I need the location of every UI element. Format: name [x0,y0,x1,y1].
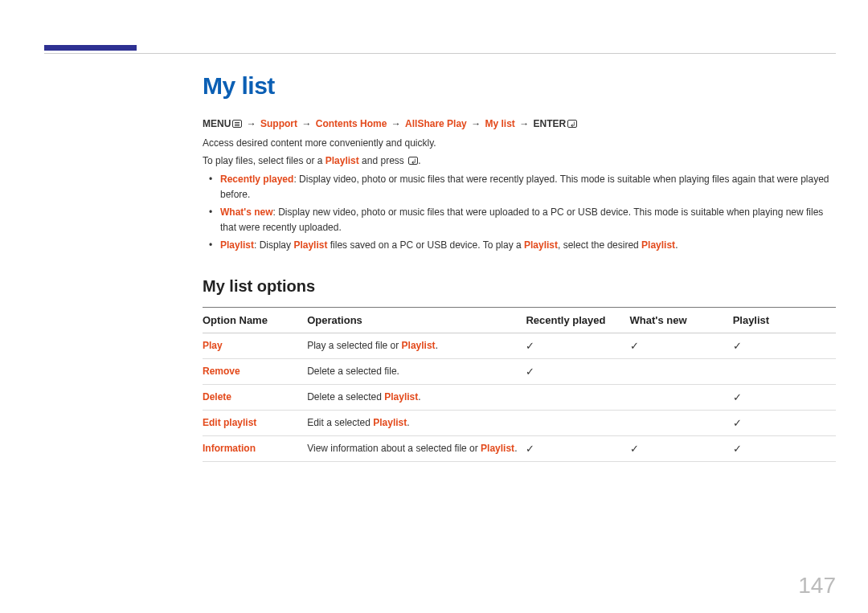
arrow-icon: → [301,118,311,129]
table-row: PlayPlay a selected file or Playlist.✓✓✓ [203,333,836,358]
enter-icon [408,157,418,165]
header-rule [44,53,836,54]
feature-label: Recently played [220,174,293,185]
cell-playlist: ✓ [733,435,836,461]
cell-playlist: ✓ [733,410,836,435]
cell-recently-played [526,410,629,435]
cell-recently-played: ✓ [526,358,629,384]
table-row: Edit playlistEdit a selected Playlist.✓ [203,410,836,435]
cell-playlist [733,358,836,384]
col-option-name: Option Name [203,307,307,333]
check-icon: ✓ [733,443,742,455]
section-marker [44,45,137,51]
check-icon: ✓ [733,391,742,403]
cell-playlist: ✓ [733,384,836,410]
breadcrumb: MENU → Support → Contents Home → AllShar… [203,117,836,131]
intro-line-2: To play files, select files or a Playlis… [203,153,836,169]
option-name: Edit playlist [203,410,307,435]
operation-desc: Delete a selected Playlist. [307,384,526,410]
check-icon: ✓ [526,340,534,352]
playlist-term: Playlist [641,239,675,251]
option-name: Information [203,435,307,461]
feature-label: Playlist [220,239,254,251]
cell-whats-new [630,358,733,384]
cell-whats-new: ✓ [630,333,733,358]
cell-whats-new: ✓ [630,435,733,461]
text: , select the desired [558,239,641,251]
nav-menu: MENU [203,118,231,129]
option-name: Delete [203,384,307,410]
option-name: Remove [203,358,307,384]
text: : Display [254,239,293,251]
cell-whats-new [630,410,733,435]
playlist-term: Playlist [524,239,558,251]
option-name: Play [203,333,307,358]
cell-whats-new [630,384,733,410]
playlist-term: Playlist [481,443,514,454]
check-icon: ✓ [526,366,534,378]
arrow-icon: → [471,118,481,129]
arrow-icon: → [391,118,401,129]
cell-recently-played [526,384,629,410]
table-row: InformationView information about a sele… [203,435,836,461]
operation-desc: Edit a selected Playlist. [307,410,526,435]
table-header-row: Option Name Operations Recently played W… [203,307,836,333]
check-icon: ✓ [526,443,534,455]
table-row: RemoveDelete a selected file.✓ [203,358,836,384]
section-heading: My list options [203,277,836,296]
playlist-term: Playlist [384,391,418,403]
nav-enter: ENTER [534,118,567,129]
list-item: What's new: Display new video, photo or … [220,205,836,235]
text: files saved on a PC or USB device. To pl… [327,239,524,251]
text: . [675,239,678,251]
col-operations: Operations [307,307,526,333]
col-whats-new: What's new [630,307,733,333]
feature-text: : Display video, photo or music files th… [220,174,829,200]
menu-icon [232,120,242,128]
text: To play files, select files or a [203,155,326,166]
intro-line-1: Access desired content more conveniently… [203,136,836,151]
check-icon: ✓ [630,340,639,352]
cell-playlist: ✓ [733,333,836,358]
page-number: 147 [798,573,836,599]
nav-support: Support [260,118,297,129]
check-icon: ✓ [733,340,742,352]
cell-recently-played: ✓ [526,435,629,461]
operation-desc: View information about a selected file o… [307,435,526,461]
options-table: Option Name Operations Recently played W… [203,307,836,462]
col-playlist: Playlist [733,307,836,333]
nav-allshare: AllShare Play [405,118,467,129]
feature-text: : Display new video, photo or music file… [220,206,823,233]
playlist-term: Playlist [293,239,327,251]
page-content: My list MENU → Support → Contents Home →… [203,72,836,462]
feature-label: What's new [220,206,273,218]
playlist-term: Playlist [373,417,407,428]
cell-recently-played: ✓ [526,333,629,358]
nav-my-list: My list [485,118,514,129]
feature-list: Recently played: Display video, photo or… [203,172,836,253]
operation-desc: Delete a selected file. [307,358,526,384]
list-item: Recently played: Display video, photo or… [220,172,836,202]
operation-desc: Play a selected file or Playlist. [307,333,526,358]
page-title: My list [203,72,836,100]
arrow-icon: → [519,118,529,129]
playlist-term: Playlist [402,340,436,351]
enter-icon [567,120,577,128]
text: and press [359,155,407,166]
nav-contents-home: Contents Home [316,118,387,129]
list-item: Playlist: Display Playlist files saved o… [220,238,836,253]
playlist-term: Playlist [326,155,359,166]
check-icon: ✓ [733,417,742,429]
col-recently-played: Recently played [526,307,629,333]
check-icon: ✓ [630,443,639,455]
arrow-icon: → [247,118,256,129]
table-row: DeleteDelete a selected Playlist.✓ [203,384,836,410]
